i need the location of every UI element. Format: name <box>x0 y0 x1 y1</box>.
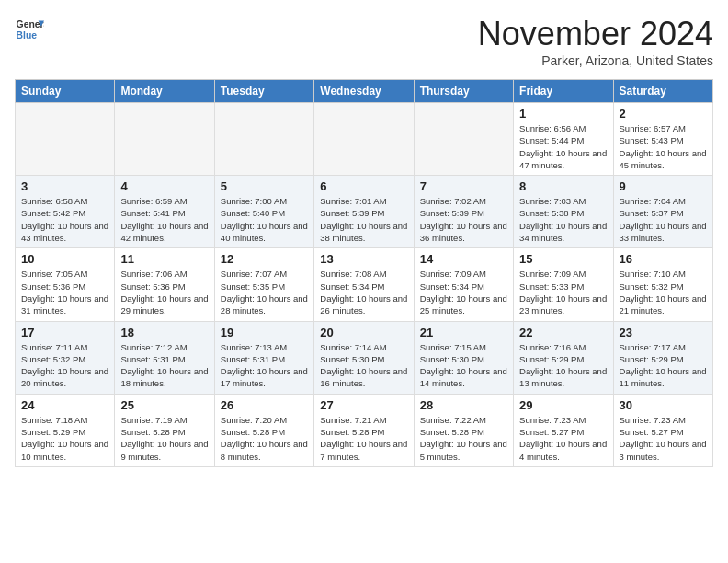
calendar-cell: 27Sunrise: 7:21 AMSunset: 5:28 PMDayligh… <box>314 394 414 466</box>
calendar-cell: 2Sunrise: 6:57 AMSunset: 5:43 PMDaylight… <box>613 103 712 176</box>
calendar-cell <box>414 103 513 176</box>
calendar-cell: 9Sunrise: 7:04 AMSunset: 5:37 PMDaylight… <box>613 176 712 248</box>
logo: General Blue <box>15 15 44 44</box>
day-info: Sunrise: 7:13 AMSunset: 5:31 PMDaylight:… <box>221 341 308 390</box>
calendar-week-5: 24Sunrise: 7:18 AMSunset: 5:29 PMDayligh… <box>16 394 713 466</box>
calendar-cell: 24Sunrise: 7:18 AMSunset: 5:29 PMDayligh… <box>16 394 115 466</box>
calendar-week-4: 17Sunrise: 7:11 AMSunset: 5:32 PMDayligh… <box>16 321 713 394</box>
day-info: Sunrise: 6:58 AMSunset: 5:42 PMDaylight:… <box>21 195 108 244</box>
day-number: 27 <box>320 398 407 412</box>
day-number: 17 <box>21 326 108 339</box>
day-info: Sunrise: 7:09 AMSunset: 5:33 PMDaylight:… <box>519 268 607 316</box>
calendar-header-row: SundayMondayTuesdayWednesdayThursdayFrid… <box>16 80 713 103</box>
title-block: November 2024 Parker, Arizona, United St… <box>478 15 713 68</box>
calendar-cell <box>214 103 313 176</box>
calendar-cell: 18Sunrise: 7:12 AMSunset: 5:31 PMDayligh… <box>115 321 214 394</box>
calendar-cell: 29Sunrise: 7:23 AMSunset: 5:27 PMDayligh… <box>514 394 613 466</box>
day-info: Sunrise: 7:03 AMSunset: 5:38 PMDaylight:… <box>519 195 607 244</box>
day-number: 30 <box>620 398 707 412</box>
calendar-cell: 14Sunrise: 7:09 AMSunset: 5:34 PMDayligh… <box>414 248 513 321</box>
calendar-cell: 16Sunrise: 7:10 AMSunset: 5:32 PMDayligh… <box>613 248 712 321</box>
day-number: 16 <box>620 252 707 266</box>
calendar-cell: 11Sunrise: 7:06 AMSunset: 5:36 PMDayligh… <box>115 248 214 321</box>
calendar-cell: 28Sunrise: 7:22 AMSunset: 5:28 PMDayligh… <box>414 394 513 466</box>
page-header: General Blue November 2024 Parker, Arizo… <box>15 15 713 68</box>
day-number: 25 <box>120 398 208 412</box>
day-number: 7 <box>420 179 507 193</box>
calendar-cell <box>16 103 115 176</box>
calendar-cell <box>314 103 414 176</box>
calendar-cell: 6Sunrise: 7:01 AMSunset: 5:39 PMDaylight… <box>314 176 414 248</box>
column-header-monday: Monday <box>115 80 214 103</box>
calendar-cell: 8Sunrise: 7:03 AMSunset: 5:38 PMDaylight… <box>514 176 613 248</box>
calendar-cell: 19Sunrise: 7:13 AMSunset: 5:31 PMDayligh… <box>214 321 313 394</box>
day-info: Sunrise: 7:07 AMSunset: 5:35 PMDaylight:… <box>221 268 308 316</box>
calendar-cell <box>115 103 214 176</box>
calendar-cell: 1Sunrise: 6:56 AMSunset: 5:44 PMDaylight… <box>514 103 613 176</box>
day-number: 28 <box>420 398 507 412</box>
day-info: Sunrise: 7:05 AMSunset: 5:36 PMDaylight:… <box>21 268 108 316</box>
day-info: Sunrise: 7:02 AMSunset: 5:39 PMDaylight:… <box>420 195 507 244</box>
calendar-week-2: 3Sunrise: 6:58 AMSunset: 5:42 PMDaylight… <box>16 176 713 248</box>
day-number: 5 <box>221 179 308 193</box>
day-number: 23 <box>620 326 707 339</box>
day-info: Sunrise: 7:10 AMSunset: 5:32 PMDaylight:… <box>620 268 707 316</box>
column-header-saturday: Saturday <box>613 80 712 103</box>
column-header-wednesday: Wednesday <box>314 80 414 103</box>
day-info: Sunrise: 7:04 AMSunset: 5:37 PMDaylight:… <box>620 195 707 244</box>
day-info: Sunrise: 6:57 AMSunset: 5:43 PMDaylight:… <box>620 122 707 171</box>
calendar-cell: 21Sunrise: 7:15 AMSunset: 5:30 PMDayligh… <box>414 321 513 394</box>
calendar-cell: 13Sunrise: 7:08 AMSunset: 5:34 PMDayligh… <box>314 248 414 321</box>
day-number: 19 <box>221 326 308 339</box>
day-info: Sunrise: 7:00 AMSunset: 5:40 PMDaylight:… <box>221 195 308 244</box>
day-number: 20 <box>320 326 407 339</box>
month-title: November 2024 <box>478 15 713 53</box>
day-number: 9 <box>620 179 707 193</box>
day-number: 3 <box>21 179 108 193</box>
calendar-cell: 3Sunrise: 6:58 AMSunset: 5:42 PMDaylight… <box>16 176 115 248</box>
day-number: 26 <box>221 398 308 412</box>
day-info: Sunrise: 7:15 AMSunset: 5:30 PMDaylight:… <box>420 341 507 390</box>
calendar-cell: 26Sunrise: 7:20 AMSunset: 5:28 PMDayligh… <box>214 394 313 466</box>
day-info: Sunrise: 7:11 AMSunset: 5:32 PMDaylight:… <box>21 341 108 390</box>
day-number: 24 <box>21 398 108 412</box>
day-number: 2 <box>620 107 707 121</box>
day-info: Sunrise: 7:08 AMSunset: 5:34 PMDaylight:… <box>320 268 407 316</box>
day-number: 1 <box>519 107 607 121</box>
day-info: Sunrise: 7:17 AMSunset: 5:29 PMDaylight:… <box>620 341 707 390</box>
calendar-cell: 12Sunrise: 7:07 AMSunset: 5:35 PMDayligh… <box>214 248 313 321</box>
location: Parker, Arizona, United States <box>478 53 713 68</box>
day-info: Sunrise: 7:19 AMSunset: 5:28 PMDaylight:… <box>120 414 208 463</box>
calendar-cell: 5Sunrise: 7:00 AMSunset: 5:40 PMDaylight… <box>214 176 313 248</box>
day-info: Sunrise: 7:14 AMSunset: 5:30 PMDaylight:… <box>320 341 407 390</box>
calendar-cell: 17Sunrise: 7:11 AMSunset: 5:32 PMDayligh… <box>16 321 115 394</box>
day-info: Sunrise: 7:20 AMSunset: 5:28 PMDaylight:… <box>221 414 308 463</box>
day-info: Sunrise: 7:18 AMSunset: 5:29 PMDaylight:… <box>21 414 108 463</box>
day-info: Sunrise: 7:12 AMSunset: 5:31 PMDaylight:… <box>120 341 208 390</box>
column-header-thursday: Thursday <box>414 80 513 103</box>
day-info: Sunrise: 7:06 AMSunset: 5:36 PMDaylight:… <box>120 268 208 316</box>
day-info: Sunrise: 7:23 AMSunset: 5:27 PMDaylight:… <box>620 414 707 463</box>
day-number: 11 <box>120 252 208 266</box>
calendar-cell: 15Sunrise: 7:09 AMSunset: 5:33 PMDayligh… <box>514 248 613 321</box>
day-number: 4 <box>120 179 208 193</box>
day-number: 29 <box>519 398 607 412</box>
calendar-week-3: 10Sunrise: 7:05 AMSunset: 5:36 PMDayligh… <box>16 248 713 321</box>
day-number: 14 <box>420 252 507 266</box>
calendar-cell: 20Sunrise: 7:14 AMSunset: 5:30 PMDayligh… <box>314 321 414 394</box>
column-header-tuesday: Tuesday <box>214 80 313 103</box>
calendar-cell: 25Sunrise: 7:19 AMSunset: 5:28 PMDayligh… <box>115 394 214 466</box>
day-number: 21 <box>420 326 507 339</box>
day-number: 22 <box>519 326 607 339</box>
day-info: Sunrise: 7:16 AMSunset: 5:29 PMDaylight:… <box>519 341 607 390</box>
calendar-cell: 23Sunrise: 7:17 AMSunset: 5:29 PMDayligh… <box>613 321 712 394</box>
calendar-cell: 4Sunrise: 6:59 AMSunset: 5:41 PMDaylight… <box>115 176 214 248</box>
calendar-cell: 30Sunrise: 7:23 AMSunset: 5:27 PMDayligh… <box>613 394 712 466</box>
day-info: Sunrise: 7:23 AMSunset: 5:27 PMDaylight:… <box>519 414 607 463</box>
svg-text:Blue: Blue <box>17 30 38 40</box>
calendar-cell: 7Sunrise: 7:02 AMSunset: 5:39 PMDaylight… <box>414 176 513 248</box>
calendar-week-1: 1Sunrise: 6:56 AMSunset: 5:44 PMDaylight… <box>16 103 713 176</box>
day-info: Sunrise: 7:01 AMSunset: 5:39 PMDaylight:… <box>320 195 407 244</box>
day-number: 12 <box>221 252 308 266</box>
day-info: Sunrise: 7:09 AMSunset: 5:34 PMDaylight:… <box>420 268 507 316</box>
